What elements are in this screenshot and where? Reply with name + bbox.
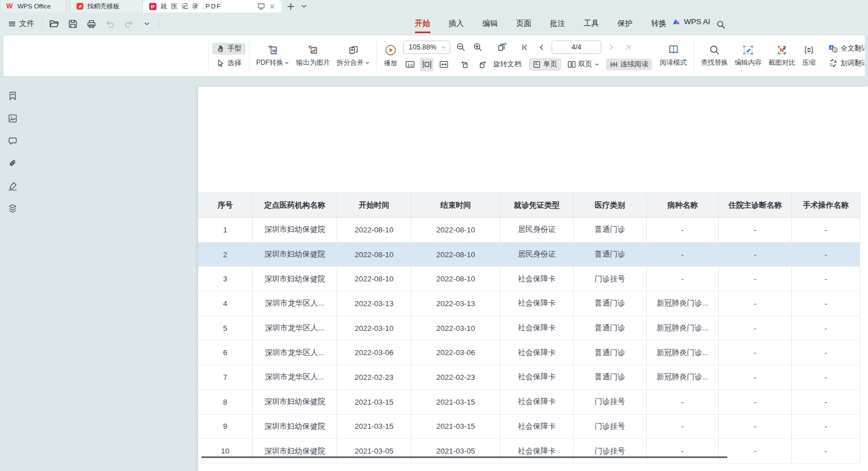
table-cell: 8 xyxy=(198,390,253,414)
close-tab-icon[interactable] xyxy=(269,3,276,10)
hand-tool-button[interactable]: 手型 xyxy=(212,43,245,55)
play-icon xyxy=(384,44,397,56)
open-file-icon[interactable] xyxy=(47,17,61,30)
actual-size-icon[interactable]: 1:1 xyxy=(403,58,417,71)
table-cell: - xyxy=(792,218,860,242)
play-button[interactable]: 播放 xyxy=(381,42,401,70)
select-tool-button[interactable]: 选择 xyxy=(212,57,245,69)
search-icon[interactable] xyxy=(714,17,727,31)
redo-icon[interactable] xyxy=(122,17,135,30)
bookmark-icon[interactable] xyxy=(7,91,17,101)
single-page-button[interactable]: 单页 xyxy=(529,59,561,70)
export-image-button[interactable]: 输出为图片 xyxy=(293,42,333,70)
edit-content-button[interactable]: 编辑内容 xyxy=(731,42,765,70)
new-tab-plus-icon[interactable] xyxy=(285,1,296,12)
word-translate-button[interactable]: 字A 划词翻译 xyxy=(825,57,865,69)
table-cell: 社会保障卡 xyxy=(500,291,574,316)
menubar: 文件 开始 插入 编辑 页面 批注 工具 保护 转换 xyxy=(0,12,868,35)
hand-tool-label: 手型 xyxy=(227,44,241,53)
zoom-level-select[interactable]: 105.88% xyxy=(403,41,450,54)
table-cell: - xyxy=(792,365,860,389)
rotate-doc-label[interactable]: 旋转文档 xyxy=(492,60,522,69)
tab-list-chevron-icon[interactable] xyxy=(298,1,310,12)
document-viewer: 序号定点医药机构名称开始时间结束时间就诊凭证类型医疗类别病种名称住院主诊断名称手… xyxy=(0,77,868,471)
single-page-icon xyxy=(533,60,541,69)
continuous-read-icon xyxy=(610,60,618,69)
svg-text:文: 文 xyxy=(834,48,837,52)
menu-protect[interactable]: 保护 xyxy=(616,17,634,30)
print-icon[interactable] xyxy=(84,17,98,30)
replace-pages-icon[interactable] xyxy=(495,41,509,54)
table-cell: - xyxy=(719,267,792,291)
last-page-icon[interactable] xyxy=(621,41,635,54)
pdf-convert-button[interactable]: W PDF转换 xyxy=(253,42,293,70)
table-cell: 2021-03-05 xyxy=(337,439,411,463)
column-header: 病种名称 xyxy=(647,193,719,217)
tab-document-active[interactable]: P 就 医 记 录 .PDF xyxy=(143,0,281,12)
tab-wps-office[interactable]: W WPS Office xyxy=(0,0,66,12)
continuous-read-button[interactable]: 连续阅读 xyxy=(606,59,652,70)
table-cell: 2022-03-10 xyxy=(411,316,500,340)
compress-button[interactable]: 压缩 xyxy=(799,42,819,70)
screenshot-compare-button[interactable]: 截图对比 xyxy=(765,42,799,70)
menu-convert[interactable]: 转换 xyxy=(650,17,668,30)
tab-docer-templates[interactable]: 找稻壳模板 xyxy=(70,0,143,12)
zoom-in-icon[interactable] xyxy=(471,41,484,54)
first-page-icon[interactable] xyxy=(518,41,531,54)
double-page-label: 双页 xyxy=(578,60,592,69)
fit-width-icon[interactable] xyxy=(420,58,433,71)
table-cell: - xyxy=(719,291,792,316)
book-icon xyxy=(668,44,679,56)
split-merge-button[interactable]: 拆分合并 xyxy=(333,42,373,70)
monitor-icon[interactable] xyxy=(257,2,265,10)
next-page-icon[interactable] xyxy=(605,41,618,54)
toolbar: 手型 选择 W PDF转换 输出为图片 拆分合并 播放 105.88% xyxy=(3,35,865,77)
continuous-read-label: 连续阅读 xyxy=(620,60,648,69)
undo-icon[interactable] xyxy=(103,17,117,30)
find-replace-label: 查找替换 xyxy=(701,58,728,68)
read-mode-button[interactable]: 阅读模式 xyxy=(656,42,690,70)
save-icon[interactable] xyxy=(66,17,79,30)
table-cell: 5 xyxy=(198,316,253,340)
fit-page-icon[interactable] xyxy=(437,58,450,71)
rotate-left-icon[interactable] xyxy=(458,58,472,71)
word-translate-icon: 字A xyxy=(829,59,838,68)
table-cell: 2022-03-13 xyxy=(337,291,411,316)
hamburger-icon xyxy=(8,20,16,28)
layers-icon[interactable] xyxy=(7,203,17,213)
zoom-out-icon[interactable] xyxy=(454,41,467,54)
double-page-button[interactable]: 双页 xyxy=(564,59,603,70)
rotate-right-icon[interactable] xyxy=(475,58,489,71)
table-cell: 普通门诊 xyxy=(574,291,647,316)
menu-insert[interactable]: 插入 xyxy=(448,17,465,30)
wps-ai-button[interactable]: WPS AI xyxy=(672,17,710,26)
table-cell: 居民身份证 xyxy=(500,243,574,267)
page-indicator-field[interactable]: 4/4 xyxy=(552,41,601,54)
find-replace-button[interactable]: 查找替换 xyxy=(697,42,731,70)
table-cell: 2022-08-10 xyxy=(337,267,411,291)
menu-tools[interactable]: 工具 xyxy=(583,17,600,30)
comment-icon[interactable] xyxy=(7,136,17,146)
full-translate-icon: A文 xyxy=(829,44,838,53)
menu-edit[interactable]: 编辑 xyxy=(481,17,499,30)
quick-access-chevron-icon[interactable] xyxy=(140,17,154,30)
menu-annotate[interactable]: 批注 xyxy=(549,17,566,30)
file-menu-button[interactable]: 文件 xyxy=(6,17,37,30)
table-row: 8深圳市妇幼保健院2021-03-152021-03-15社会保障卡门诊挂号--… xyxy=(198,390,860,415)
table-cell: 2021-03-15 xyxy=(411,415,500,439)
single-page-label: 单页 xyxy=(543,60,557,69)
full-translate-button[interactable]: A文 全文翻译 xyxy=(825,43,865,55)
thumbnails-icon[interactable] xyxy=(7,113,17,123)
export-image-label: 输出为图片 xyxy=(296,58,330,68)
table-cell: 深圳市妇幼保健院 xyxy=(253,439,337,463)
divider xyxy=(208,40,209,71)
table-cell: 门诊挂号 xyxy=(574,267,647,291)
table-cell: - xyxy=(792,340,860,365)
cursor-icon xyxy=(216,59,225,68)
signature-icon[interactable] xyxy=(7,181,17,191)
table-cell: 社会保障卡 xyxy=(500,340,574,365)
menu-page[interactable]: 页面 xyxy=(515,17,533,30)
attachment-icon[interactable] xyxy=(7,158,17,168)
menu-home[interactable]: 开始 xyxy=(414,17,431,30)
previous-page-icon[interactable] xyxy=(535,41,548,54)
